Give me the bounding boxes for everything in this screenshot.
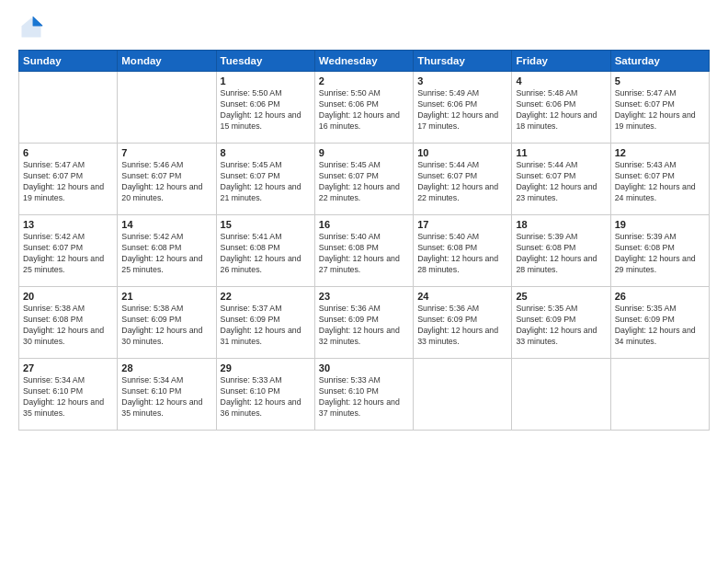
calendar-cell: 4Sunrise: 5:48 AM Sunset: 6:06 PM Daylig… [512, 72, 610, 144]
day-info: Sunrise: 5:33 AM Sunset: 6:10 PM Dayligh… [319, 375, 409, 419]
day-info: Sunrise: 5:45 AM Sunset: 6:07 PM Dayligh… [221, 160, 311, 204]
day-info: Sunrise: 5:42 AM Sunset: 6:07 PM Dayligh… [23, 232, 113, 276]
calendar-cell: 30Sunrise: 5:33 AM Sunset: 6:10 PM Dayli… [314, 359, 413, 431]
day-number: 2 [319, 75, 409, 86]
day-info: Sunrise: 5:44 AM Sunset: 6:07 PM Dayligh… [417, 160, 507, 204]
weekday-header-monday: Monday [118, 51, 216, 72]
calendar-cell [19, 72, 118, 144]
day-number: 23 [319, 291, 409, 302]
calendar-cell [118, 72, 216, 144]
day-number: 22 [221, 291, 311, 302]
day-number: 24 [417, 291, 507, 302]
day-number: 14 [121, 219, 211, 230]
day-number: 6 [23, 147, 113, 158]
calendar-week-2: 6Sunrise: 5:47 AM Sunset: 6:07 PM Daylig… [19, 144, 710, 215]
calendar-cell: 18Sunrise: 5:39 AM Sunset: 6:08 PM Dayli… [512, 215, 610, 287]
day-number: 4 [516, 75, 606, 86]
day-info: Sunrise: 5:40 AM Sunset: 6:08 PM Dayligh… [417, 232, 507, 276]
logo-icon [18, 15, 44, 40]
day-info: Sunrise: 5:47 AM Sunset: 6:07 PM Dayligh… [615, 88, 705, 132]
day-info: Sunrise: 5:39 AM Sunset: 6:08 PM Dayligh… [615, 232, 705, 276]
day-info: Sunrise: 5:39 AM Sunset: 6:08 PM Dayligh… [516, 232, 606, 276]
day-number: 15 [221, 219, 311, 230]
calendar-week-1: 1Sunrise: 5:50 AM Sunset: 6:06 PM Daylig… [19, 72, 710, 144]
day-number: 7 [121, 147, 211, 158]
weekday-header-saturday: Saturday [610, 51, 709, 72]
calendar-cell: 2Sunrise: 5:50 AM Sunset: 6:06 PM Daylig… [314, 72, 413, 144]
svg-marker-0 [22, 18, 41, 38]
weekday-header-thursday: Thursday [414, 51, 512, 72]
calendar-cell: 10Sunrise: 5:44 AM Sunset: 6:07 PM Dayli… [414, 144, 512, 215]
day-number: 26 [615, 291, 705, 302]
calendar-cell: 5Sunrise: 5:47 AM Sunset: 6:07 PM Daylig… [610, 72, 709, 144]
weekday-header-row: SundayMondayTuesdayWednesdayThursdayFrid… [19, 51, 710, 72]
day-number: 12 [615, 147, 705, 158]
day-info: Sunrise: 5:36 AM Sunset: 6:09 PM Dayligh… [417, 304, 507, 348]
day-info: Sunrise: 5:47 AM Sunset: 6:07 PM Dayligh… [23, 160, 113, 204]
calendar-cell [512, 359, 610, 431]
calendar-week-4: 20Sunrise: 5:38 AM Sunset: 6:08 PM Dayli… [19, 287, 710, 359]
day-info: Sunrise: 5:41 AM Sunset: 6:08 PM Dayligh… [221, 232, 311, 276]
calendar-cell: 13Sunrise: 5:42 AM Sunset: 6:07 PM Dayli… [19, 215, 118, 287]
day-number: 10 [417, 147, 507, 158]
day-number: 9 [319, 147, 409, 158]
calendar-cell [414, 359, 512, 431]
weekday-header-wednesday: Wednesday [314, 51, 413, 72]
day-number: 20 [23, 291, 113, 302]
day-info: Sunrise: 5:35 AM Sunset: 6:09 PM Dayligh… [615, 304, 705, 348]
calendar-cell: 28Sunrise: 5:34 AM Sunset: 6:10 PM Dayli… [118, 359, 216, 431]
day-info: Sunrise: 5:36 AM Sunset: 6:09 PM Dayligh… [319, 304, 409, 348]
calendar-cell: 16Sunrise: 5:40 AM Sunset: 6:08 PM Dayli… [314, 215, 413, 287]
day-info: Sunrise: 5:42 AM Sunset: 6:08 PM Dayligh… [121, 232, 211, 276]
day-info: Sunrise: 5:34 AM Sunset: 6:10 PM Dayligh… [121, 375, 211, 419]
day-info: Sunrise: 5:45 AM Sunset: 6:07 PM Dayligh… [319, 160, 409, 204]
day-info: Sunrise: 5:50 AM Sunset: 6:06 PM Dayligh… [221, 88, 311, 132]
calendar-cell: 24Sunrise: 5:36 AM Sunset: 6:09 PM Dayli… [414, 287, 512, 359]
day-number: 29 [221, 362, 311, 373]
calendar-table: SundayMondayTuesdayWednesdayThursdayFrid… [18, 50, 710, 431]
calendar-cell: 23Sunrise: 5:36 AM Sunset: 6:09 PM Dayli… [314, 287, 413, 359]
day-info: Sunrise: 5:38 AM Sunset: 6:08 PM Dayligh… [23, 304, 113, 348]
day-info: Sunrise: 5:44 AM Sunset: 6:07 PM Dayligh… [516, 160, 606, 204]
calendar-cell: 11Sunrise: 5:44 AM Sunset: 6:07 PM Dayli… [512, 144, 610, 215]
logo [18, 15, 48, 40]
calendar-cell: 6Sunrise: 5:47 AM Sunset: 6:07 PM Daylig… [19, 144, 118, 215]
calendar-cell: 7Sunrise: 5:46 AM Sunset: 6:07 PM Daylig… [118, 144, 216, 215]
calendar-cell: 1Sunrise: 5:50 AM Sunset: 6:06 PM Daylig… [216, 72, 314, 144]
day-info: Sunrise: 5:34 AM Sunset: 6:10 PM Dayligh… [23, 375, 113, 419]
calendar-cell: 14Sunrise: 5:42 AM Sunset: 6:08 PM Dayli… [118, 215, 216, 287]
day-info: Sunrise: 5:37 AM Sunset: 6:09 PM Dayligh… [221, 304, 311, 348]
calendar-week-5: 27Sunrise: 5:34 AM Sunset: 6:10 PM Dayli… [19, 359, 710, 431]
calendar-cell: 15Sunrise: 5:41 AM Sunset: 6:08 PM Dayli… [216, 215, 314, 287]
calendar-cell: 26Sunrise: 5:35 AM Sunset: 6:09 PM Dayli… [610, 287, 709, 359]
day-number: 17 [417, 219, 507, 230]
weekday-header-sunday: Sunday [19, 51, 118, 72]
day-number: 13 [23, 219, 113, 230]
calendar-week-3: 13Sunrise: 5:42 AM Sunset: 6:07 PM Dayli… [19, 215, 710, 287]
calendar-cell: 8Sunrise: 5:45 AM Sunset: 6:07 PM Daylig… [216, 144, 314, 215]
calendar-cell: 25Sunrise: 5:35 AM Sunset: 6:09 PM Dayli… [512, 287, 610, 359]
day-info: Sunrise: 5:38 AM Sunset: 6:09 PM Dayligh… [121, 304, 211, 348]
calendar-cell: 3Sunrise: 5:49 AM Sunset: 6:06 PM Daylig… [414, 72, 512, 144]
day-info: Sunrise: 5:43 AM Sunset: 6:07 PM Dayligh… [615, 160, 705, 204]
header [18, 15, 710, 40]
day-number: 25 [516, 291, 606, 302]
day-info: Sunrise: 5:35 AM Sunset: 6:09 PM Dayligh… [516, 304, 606, 348]
day-number: 16 [319, 219, 409, 230]
day-number: 28 [121, 362, 211, 373]
day-number: 11 [516, 147, 606, 158]
calendar-cell: 19Sunrise: 5:39 AM Sunset: 6:08 PM Dayli… [610, 215, 709, 287]
calendar-cell: 22Sunrise: 5:37 AM Sunset: 6:09 PM Dayli… [216, 287, 314, 359]
day-info: Sunrise: 5:50 AM Sunset: 6:06 PM Dayligh… [319, 88, 409, 132]
day-number: 21 [121, 291, 211, 302]
weekday-header-tuesday: Tuesday [216, 51, 314, 72]
weekday-header-friday: Friday [512, 51, 610, 72]
day-info: Sunrise: 5:33 AM Sunset: 6:10 PM Dayligh… [221, 375, 311, 419]
page: SundayMondayTuesdayWednesdayThursdayFrid… [0, 0, 728, 563]
day-number: 18 [516, 219, 606, 230]
calendar-cell: 29Sunrise: 5:33 AM Sunset: 6:10 PM Dayli… [216, 359, 314, 431]
day-number: 8 [221, 147, 311, 158]
day-number: 1 [221, 75, 311, 86]
calendar-cell: 9Sunrise: 5:45 AM Sunset: 6:07 PM Daylig… [314, 144, 413, 215]
day-number: 27 [23, 362, 113, 373]
